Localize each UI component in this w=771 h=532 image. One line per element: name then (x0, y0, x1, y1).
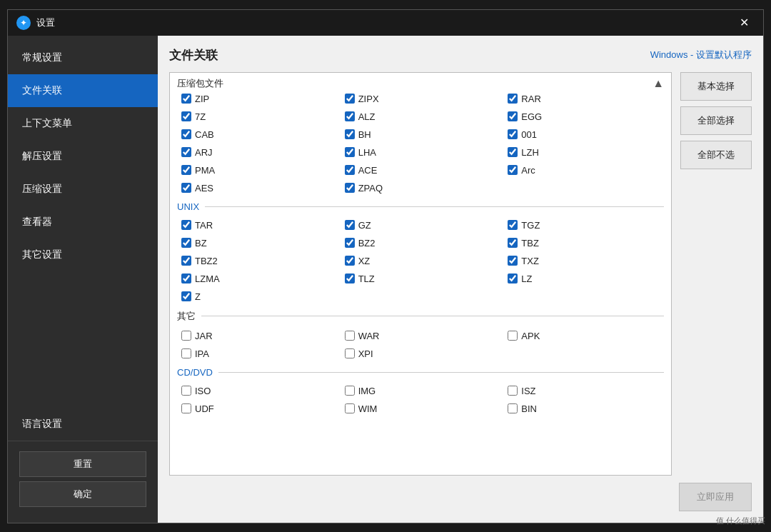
select-all-button[interactable]: 全部选择 (680, 106, 752, 135)
check-item-ipa[interactable]: IPA (176, 345, 339, 363)
cddvd-items-grid: ISO IMG ISZ UDF WIM BIN (170, 382, 671, 418)
check-item-zipx[interactable]: ZIPX (339, 90, 503, 108)
check-item-lzh[interactable]: LZH (502, 144, 665, 161)
sidebar-bottom: 重置 确定 (8, 441, 158, 517)
bottom-bar: 立即应用 (169, 483, 752, 511)
sidebar: 常规设置 文件关联 上下文菜单 解压设置 压缩设置 查看器 其它设置 语言设置 … (8, 36, 158, 523)
check-item-tlz[interactable]: TLZ (339, 270, 503, 288)
close-button[interactable]: ✕ (734, 13, 755, 32)
sidebar-item-compress[interactable]: 压缩设置 (8, 173, 158, 206)
watermark: 值 什么值得买 (716, 516, 765, 526)
check-item-arj[interactable]: ARJ (176, 144, 339, 161)
check-item-tbz[interactable]: TBZ (502, 234, 665, 252)
confirm-button[interactable]: 确定 (19, 481, 146, 507)
check-item-lzma[interactable]: LZMA (176, 270, 339, 288)
title-bar: ✦ 设置 ✕ (8, 10, 763, 36)
select-none-button[interactable]: 全部不选 (680, 141, 752, 169)
reset-button[interactable]: 重置 (19, 451, 146, 477)
archive-header-row: 压缩包文件 ▲ (170, 73, 671, 90)
page-title: 文件关联 (169, 47, 218, 64)
main-content: 常规设置 文件关联 上下文菜单 解压设置 压缩设置 查看器 其它设置 语言设置 … (8, 36, 763, 523)
action-buttons: 基本选择 全部选择 全部不选 (680, 72, 752, 476)
check-item-zpaq[interactable]: ZPAQ (339, 179, 503, 197)
check-item-pma[interactable]: PMA (176, 161, 339, 179)
window-title: 设置 (36, 16, 734, 29)
check-item-7z[interactable]: 7Z (176, 108, 339, 126)
check-item-z[interactable]: Z (176, 288, 339, 306)
other-section-header: 其它 (170, 306, 671, 327)
sidebar-item-general[interactable]: 常规设置 (8, 41, 158, 74)
check-item-001[interactable]: 001 (502, 126, 665, 144)
settings-window: ✦ 设置 ✕ 常规设置 文件关联 上下文菜单 解压设置 压缩设置 查看器 其它设… (7, 9, 764, 523)
sidebar-item-file-assoc[interactable]: 文件关联 (8, 74, 158, 107)
sidebar-item-other[interactable]: 其它设置 (8, 239, 158, 271)
check-item-isz[interactable]: ISZ (502, 382, 665, 400)
sidebar-item-language[interactable]: 语言设置 (8, 408, 158, 441)
check-item-bz2[interactable]: BZ2 (339, 234, 503, 252)
check-item-rar[interactable]: RAR (502, 90, 665, 108)
check-item-apk[interactable]: APK (502, 327, 665, 345)
main-header: 文件关联 Windows - 设置默认程序 (169, 47, 752, 64)
sidebar-item-viewer[interactable]: 查看器 (8, 206, 158, 239)
unix-items-grid: TAR GZ TGZ BZ BZ2 TBZ TBZ2 XZ TXZ LZMA T… (170, 216, 671, 306)
app-icon: ✦ (16, 16, 31, 30)
check-item-bin[interactable]: BIN (502, 400, 665, 418)
check-item-xz[interactable]: XZ (339, 252, 503, 270)
main-body: 压缩包文件 ▲ ZIP ZIPX RAR 7Z ALZ EGG CAB BH 0… (169, 72, 752, 476)
check-item-war[interactable]: WAR (339, 327, 503, 345)
check-item-iso[interactable]: ISO (176, 382, 339, 400)
check-item-egg[interactable]: EGG (502, 108, 665, 126)
unix-section-header: UNIX (170, 197, 671, 216)
check-item-wim[interactable]: WIM (339, 400, 503, 418)
check-item-zip[interactable]: ZIP (176, 90, 339, 108)
archive-section-label: 压缩包文件 (177, 77, 223, 90)
check-item-bh[interactable]: BH (339, 126, 503, 144)
check-item-img[interactable]: IMG (339, 382, 503, 400)
check-item-xpi[interactable]: XPI (339, 345, 503, 363)
check-item-tgz[interactable]: TGZ (502, 216, 665, 234)
check-item-gz[interactable]: GZ (339, 216, 503, 234)
check-item-arc[interactable]: Arc (502, 161, 665, 179)
check-item-tbz2[interactable]: TBZ2 (176, 252, 339, 270)
other-items-grid: JAR WAR APK IPA XPI (170, 327, 671, 363)
basic-select-button[interactable]: 基本选择 (680, 72, 752, 101)
check-item-udf[interactable]: UDF (176, 400, 339, 418)
check-item-ace[interactable]: ACE (339, 161, 503, 179)
cddvd-section-header: CD/DVD (170, 363, 671, 382)
main-panel: 文件关联 Windows - 设置默认程序 压缩包文件 ▲ ZIP ZIPX R… (158, 36, 763, 523)
sidebar-item-context-menu[interactable]: 上下文菜单 (8, 107, 158, 140)
sidebar-item-extract[interactable]: 解压设置 (8, 140, 158, 173)
check-item-aes[interactable]: AES (176, 179, 339, 197)
archive-items-grid: ZIP ZIPX RAR 7Z ALZ EGG CAB BH 001 ARJ L… (170, 90, 671, 197)
check-item-cab[interactable]: CAB (176, 126, 339, 144)
scroll-up-button[interactable]: ▲ (652, 77, 664, 90)
check-item-tar[interactable]: TAR (176, 216, 339, 234)
check-item-txz[interactable]: TXZ (502, 252, 665, 270)
check-item-lz[interactable]: LZ (502, 270, 665, 288)
checklist-panel[interactable]: 压缩包文件 ▲ ZIP ZIPX RAR 7Z ALZ EGG CAB BH 0… (169, 72, 672, 476)
check-item-alz[interactable]: ALZ (339, 108, 503, 126)
windows-default-link[interactable]: Windows - 设置默认程序 (650, 49, 752, 61)
apply-button[interactable]: 立即应用 (679, 483, 752, 511)
check-item-bz[interactable]: BZ (176, 234, 339, 252)
check-item-lha[interactable]: LHA (339, 144, 503, 161)
check-item-jar[interactable]: JAR (176, 327, 339, 345)
